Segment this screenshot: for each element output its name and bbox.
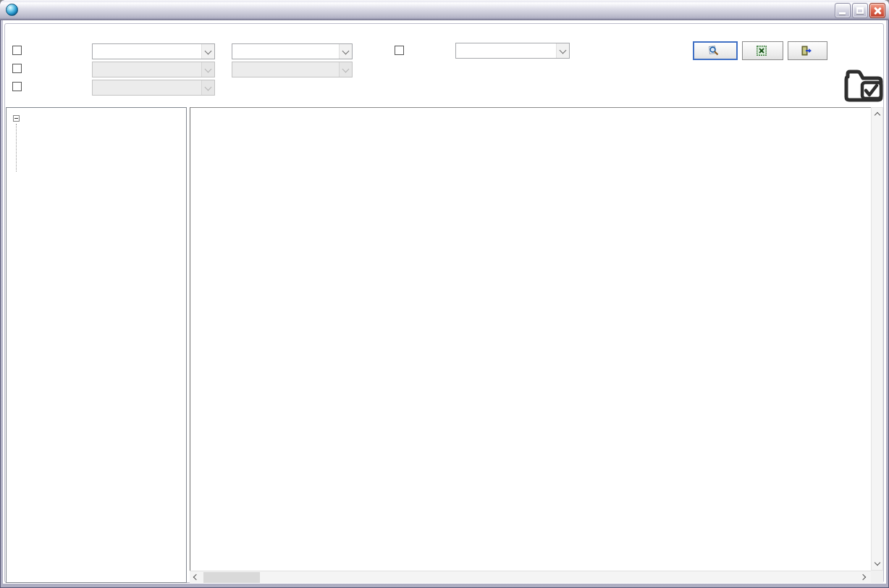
close-form-button[interactable] [788, 41, 827, 60]
exit-door-icon [801, 46, 812, 56]
scroll-left-button[interactable] [190, 571, 202, 584]
app-window [0, 0, 889, 588]
data-grid [190, 107, 871, 571]
maximize-button[interactable] [852, 3, 868, 18]
report-category-tree [6, 107, 187, 583]
chevron-down-icon[interactable] [339, 44, 352, 59]
status-combobox[interactable] [455, 43, 570, 59]
by-date-checkbox[interactable] [12, 46, 22, 55]
by-status-checkbox[interactable] [395, 46, 404, 55]
date-to-value [232, 44, 339, 59]
close-icon [874, 7, 881, 14]
minimize-button[interactable] [835, 3, 851, 18]
folder-check-logo-icon [843, 67, 886, 104]
by-material-checkbox[interactable] [12, 82, 22, 91]
material-combobox[interactable] [92, 80, 215, 96]
horizontal-scrollbar[interactable] [190, 571, 871, 583]
vertical-scrollbar[interactable] [871, 107, 883, 571]
by-notice-checkbox[interactable] [12, 64, 22, 73]
date-from-value [93, 44, 201, 59]
status-value [456, 43, 556, 58]
title-bar [0, 0, 889, 20]
horizontal-scroll-thumb[interactable] [203, 572, 260, 583]
maximize-icon [856, 7, 864, 14]
by-status-filter [395, 46, 408, 55]
excel-icon [757, 46, 767, 56]
by-date-filter [12, 46, 25, 55]
notice-from-value [93, 62, 201, 77]
query-button[interactable] [693, 41, 738, 60]
chevron-down-icon [201, 62, 214, 77]
export-button[interactable] [742, 41, 783, 60]
chevron-left-icon [193, 574, 199, 579]
notice-to-combobox[interactable] [232, 62, 353, 77]
scrollbar-corner [871, 571, 883, 583]
chevron-down-icon[interactable] [201, 44, 214, 59]
chevron-up-icon [875, 112, 880, 118]
scroll-down-button[interactable] [872, 558, 884, 570]
date-from-combobox[interactable] [92, 43, 215, 59]
tree-root-node[interactable] [13, 112, 186, 125]
search-icon [709, 46, 719, 56]
notice-from-combobox[interactable] [92, 62, 215, 77]
minimize-icon [839, 12, 846, 14]
close-button[interactable] [869, 3, 885, 18]
date-to-combobox[interactable] [232, 43, 353, 59]
chevron-down-icon [201, 80, 214, 95]
chevron-down-icon [339, 62, 352, 77]
app-globe-icon [6, 4, 18, 16]
chevron-right-icon [860, 574, 866, 580]
material-value [93, 80, 201, 95]
tree-collapse-icon[interactable] [13, 115, 20, 122]
scroll-up-button[interactable] [872, 108, 884, 120]
by-notice-filter [12, 64, 25, 73]
chevron-down-icon [875, 560, 880, 566]
notice-to-value [232, 62, 339, 77]
chevron-down-icon[interactable] [556, 43, 569, 58]
scroll-right-button[interactable] [859, 571, 871, 584]
by-material-filter [12, 82, 25, 91]
